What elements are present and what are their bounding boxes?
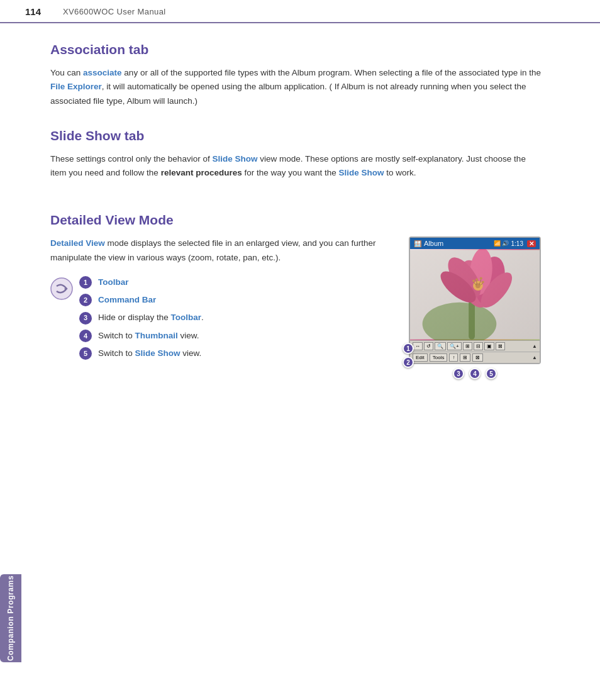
detailed-view-para: Detailed View mode displays the selected… — [50, 236, 396, 265]
num-circle-3: 3 — [79, 312, 92, 325]
item-1-label: Toolbar — [98, 276, 129, 289]
toolbar-link-1[interactable]: Toolbar — [98, 277, 129, 287]
para-text-end2: to work. — [384, 168, 416, 177]
association-tab-heading: Association tab — [50, 42, 541, 57]
toolbar-btn-view2[interactable]: ⊠ — [496, 342, 505, 350]
callout-dot-2: 2 — [403, 357, 414, 368]
numbered-list: 1 Toolbar 2 Command Bar 3 — [79, 276, 204, 365]
device-signal-icon: 📶 — [494, 240, 501, 247]
device-titlebar-title: Album — [421, 240, 494, 247]
callout-dot-4: 4 — [469, 368, 481, 379]
page-header: 114 XV6600WOC User Manual — [0, 0, 600, 23]
list-item: 5 Switch to Slide Show view. — [79, 347, 204, 360]
device-titlebar: 🪟 Album 📶 🔊 1:13 ✕ — [410, 238, 540, 249]
item-3-label: Hide or display the Toolbar. — [98, 311, 204, 324]
device-callout-area: 🪟 Album 📶 🔊 1:13 ✕ — [409, 236, 541, 379]
detailed-view-left: Detailed View mode displays the selected… — [50, 236, 396, 374]
detailed-view-mode-heading: Detailed View Mode — [50, 213, 541, 228]
device-commandbar-bar: Edit Tools ↑ ⊞ ⊠ ▲ — [410, 352, 540, 363]
device-time: 1:13 — [511, 240, 523, 247]
toolbar-btn-rotate[interactable]: ↺ — [424, 342, 433, 350]
toolbar-btn-grid1[interactable]: ⊞ — [463, 342, 472, 350]
slide-show-link2[interactable]: Slide Show — [339, 168, 384, 177]
slide-show-tab-para: These settings control only the behavior… — [50, 152, 541, 181]
item-2-label: Command Bar — [98, 294, 156, 306]
flower-image — [410, 249, 540, 340]
device-titlebar-icon: 🪟 — [414, 240, 421, 247]
toolbar-scroll[interactable]: ▲ — [532, 343, 537, 349]
para-text-start2: These settings control only the behavior… — [50, 154, 212, 164]
command-bar-link[interactable]: Command Bar — [98, 295, 156, 304]
callout-dot-5: 5 — [486, 368, 497, 379]
para-text-end: , it will automatically be opened using … — [50, 82, 526, 105]
para-text-start: You can — [50, 68, 83, 77]
toolbar-btn-grid2[interactable]: ⊟ — [474, 342, 483, 350]
slide-show-tab-heading: Slide Show tab — [50, 128, 541, 143]
detailed-view-container: Detailed View mode displays the selected… — [50, 236, 541, 379]
manual-title: XV6600WOC User Manual — [63, 7, 166, 16]
para-text-mid: any or all of the supported file types w… — [122, 68, 541, 77]
commandbar-x-btn[interactable]: ⊠ — [472, 353, 483, 362]
slide-show-link-3[interactable]: Slide Show — [135, 348, 181, 358]
note-arrow-icon — [50, 277, 73, 300]
commandbar-scroll[interactable]: ▲ — [532, 355, 537, 360]
note-icon-row: 1 Toolbar 2 Command Bar 3 — [50, 276, 396, 365]
detailed-view-mode-section: Detailed View Mode Detailed View mode di… — [50, 213, 541, 379]
svg-point-0 — [51, 278, 72, 299]
toolbar-btn-move[interactable]: ↔ — [413, 342, 423, 350]
slide-show-tab-section: Slide Show tab These settings control on… — [50, 128, 541, 181]
para-text-mid3: for the way you want the — [242, 168, 339, 177]
commandbar-grid-btn[interactable]: ⊞ — [460, 353, 470, 362]
list-item: 3 Hide or display the Toolbar. — [79, 311, 204, 324]
commandbar-edit-btn[interactable]: Edit — [413, 353, 428, 362]
commandbar-up-btn[interactable]: ↑ — [449, 353, 458, 362]
list-item: 2 Command Bar — [79, 294, 204, 306]
detailed-view-link[interactable]: Detailed View — [50, 238, 105, 248]
sidebar-label: Companion Programs — [0, 574, 21, 662]
toolbar-btn-view1[interactable]: ▣ — [484, 342, 494, 350]
relevant-procedures: relevant procedures — [161, 168, 242, 177]
item-4-label: Switch to Thumbnail view. — [98, 330, 199, 342]
svg-rect-20 — [410, 250, 540, 340]
toolbar-link-2[interactable]: Toolbar — [171, 313, 202, 322]
slide-show-link1[interactable]: Slide Show — [212, 154, 257, 164]
association-tab-section: Association tab You can associate any or… — [50, 42, 541, 108]
num-circle-4: 4 — [79, 330, 92, 342]
toolbar-btn-zoom-out[interactable]: 🔍 — [435, 342, 446, 350]
callout-dot-3: 3 — [453, 368, 464, 379]
list-item: 1 Toolbar — [79, 276, 204, 289]
page-number: 114 — [25, 6, 63, 17]
device-image-area — [410, 249, 540, 340]
device-toolbar-bar: ↔ ↺ 🔍 🔍+ ⊞ ⊟ ▣ ⊠ ▲ — [410, 340, 540, 352]
associate-link[interactable]: associate — [83, 68, 122, 77]
thumbnail-link[interactable]: Thumbnail — [135, 331, 178, 340]
device-volume-icon: 🔊 — [502, 240, 509, 247]
list-item: 4 Switch to Thumbnail view. — [79, 330, 204, 342]
toolbar-btn-zoom-in[interactable]: 🔍+ — [447, 342, 462, 350]
device-close-icon[interactable]: ✕ — [527, 240, 536, 247]
association-tab-para: You can associate any or all of the supp… — [50, 66, 541, 108]
device-frame: 🪟 Album 📶 🔊 1:13 ✕ — [409, 236, 541, 364]
commandbar-tools-btn[interactable]: Tools — [430, 353, 448, 362]
num-circle-2: 2 — [79, 294, 92, 306]
num-circle-5: 5 — [79, 347, 92, 360]
file-explorer-link[interactable]: File Explorer — [50, 82, 102, 91]
main-content: Association tab You can associate any or… — [0, 23, 566, 418]
item-5-label: Switch to Slide Show view. — [98, 347, 201, 360]
num-circle-1: 1 — [79, 276, 92, 289]
bottom-callouts: 3 4 5 — [409, 368, 541, 379]
